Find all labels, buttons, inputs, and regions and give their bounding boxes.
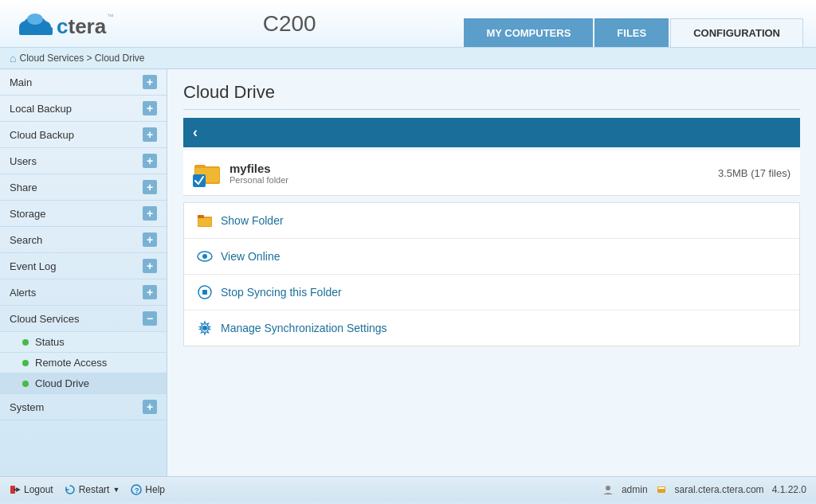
sidebar-expand-event-log[interactable]: + [143, 259, 157, 273]
sidebar-item-storage[interactable]: Storage + [0, 201, 167, 227]
footer-left: Logout Restart ▼ ? Help [10, 484, 165, 495]
logout-button[interactable]: Logout [10, 484, 53, 495]
status-dot [22, 339, 29, 346]
sidebar-item-cloud-backup[interactable]: Cloud Backup + [0, 122, 167, 148]
sidebar-label-alerts: Alerts [10, 287, 36, 299]
sidebar-expand-alerts[interactable]: + [143, 285, 157, 299]
server-label: saral.ctera.ctera.com [675, 484, 764, 495]
sidebar-expand-storage[interactable]: + [143, 206, 157, 221]
folder-type: Personal folder [230, 175, 718, 185]
cloud-drive-dot [22, 381, 29, 387]
admin-label: admin [622, 484, 648, 495]
sidebar-expand-search[interactable]: + [143, 232, 157, 247]
restart-dropdown-icon: ▼ [112, 486, 120, 494]
sidebar-label-cloud-drive: Cloud Drive [35, 377, 89, 389]
svg-rect-3 [19, 27, 53, 35]
tab-my-computers[interactable]: MY COMPUTERS [464, 18, 593, 47]
help-icon: ? [131, 484, 142, 495]
sidebar-label-storage: Storage [10, 208, 46, 220]
sidebar-expand-cloud-backup[interactable]: + [143, 127, 157, 142]
manage-sync-label: Manage Synchronization Settings [221, 322, 387, 334]
footer-right: admin saral.ctera.ctera.com 4.1.22.0 [602, 484, 806, 495]
help-label: Help [145, 484, 165, 495]
admin-icon [602, 484, 614, 495]
svg-text:?: ? [135, 486, 139, 494]
stop-syncing-icon [197, 284, 213, 300]
action-list: Show Folder View Online [183, 202, 800, 346]
sidebar-expand-share[interactable]: + [143, 180, 157, 194]
cloud-drive-nav-bar: ‹ [183, 118, 800, 147]
folder-info: myfiles Personal folder [230, 162, 718, 185]
sidebar-label-remote-access: Remote Access [35, 357, 107, 369]
sidebar-label-search: Search [10, 234, 42, 246]
svg-rect-25 [658, 487, 665, 489]
action-view-online[interactable]: View Online [184, 239, 799, 275]
action-show-folder[interactable]: Show Folder [184, 203, 799, 239]
tab-files[interactable]: FILES [594, 18, 669, 47]
folder-row: myfiles Personal folder 3.5MB (17 files) [183, 150, 800, 196]
sidebar-item-remote-access[interactable]: Remote Access [0, 353, 167, 373]
main-layout: Main + Local Backup + Cloud Backup + Use… [0, 69, 816, 476]
sidebar-label-status: Status [35, 336, 65, 348]
ctera-logo-icon: ctera ™ [13, 6, 116, 41]
sidebar-expand-users[interactable]: + [143, 154, 157, 168]
device-name: C200 [263, 11, 316, 37]
sidebar-expand-local-backup[interactable]: + [143, 101, 157, 115]
back-button[interactable]: ‹ [193, 124, 198, 141]
sidebar-label-cloud-backup: Cloud Backup [10, 129, 74, 141]
sidebar-item-alerts[interactable]: Alerts + [0, 279, 167, 306]
sidebar-label-local-backup: Local Backup [10, 103, 72, 115]
remote-access-dot [22, 360, 29, 366]
home-icon: ⌂ [10, 52, 16, 64]
nav-tabs: MY COMPUTERS FILES CONFIGURATION [462, 0, 803, 47]
logout-label: Logout [24, 484, 53, 495]
logo: ctera ™ [13, 6, 116, 41]
sidebar-item-status[interactable]: Status [0, 332, 167, 353]
view-online-label: View Online [221, 250, 280, 263]
footer: Logout Restart ▼ ? Help admin sa [0, 476, 816, 502]
sidebar-label-share: Share [10, 182, 37, 193]
sidebar-item-main[interactable]: Main + [0, 69, 167, 96]
help-button[interactable]: ? Help [131, 484, 165, 495]
folder-name: myfiles [230, 162, 718, 175]
sidebar-sub-cloud-services: Status Remote Access Cloud Drive [0, 332, 167, 394]
sidebar-item-event-log[interactable]: Event Log + [0, 253, 167, 279]
sidebar-item-share[interactable]: Share + [0, 174, 167, 201]
restart-label: Restart [79, 484, 110, 495]
server-icon [656, 484, 667, 495]
sidebar-item-search[interactable]: Search + [0, 227, 167, 253]
page-title: Cloud Drive [183, 82, 800, 110]
sidebar-item-users[interactable]: Users + [0, 148, 167, 174]
show-folder-label: Show Folder [221, 214, 284, 227]
header: ctera ™ C200 MY COMPUTERS FILES CONFIGUR… [0, 0, 816, 48]
sidebar-label-event-log: Event Log [10, 260, 57, 272]
svg-point-4 [27, 14, 43, 25]
tab-configuration[interactable]: CONFIGURATION [670, 18, 803, 47]
sidebar-label-cloud-services: Cloud Services [10, 313, 79, 325]
sidebar-expand-main[interactable]: + [143, 75, 157, 89]
show-folder-icon [197, 213, 213, 229]
logout-icon [10, 484, 21, 495]
folder-icon-wrap [193, 158, 222, 187]
restart-icon [65, 484, 76, 495]
svg-point-15 [202, 254, 207, 259]
content-area: Cloud Drive ‹ myfiles Personal folder [167, 69, 816, 476]
svg-rect-13 [198, 218, 211, 226]
action-manage-sync[interactable]: Manage Synchronization Settings [184, 311, 799, 346]
sidebar-label-users: Users [10, 155, 37, 167]
sidebar-item-system[interactable]: System + [0, 394, 167, 420]
breadcrumb: ⌂ Cloud Services > Cloud Drive [0, 48, 816, 69]
sidebar-item-local-backup[interactable]: Local Backup + [0, 96, 167, 122]
manage-sync-icon [197, 320, 213, 336]
svg-point-23 [606, 486, 610, 490]
sidebar-item-cloud-services[interactable]: Cloud Services − [0, 306, 167, 332]
restart-button[interactable]: Restart ▼ [65, 484, 120, 495]
sidebar-item-cloud-drive[interactable]: Cloud Drive [0, 373, 167, 394]
svg-rect-17 [202, 290, 207, 295]
sidebar-expand-system[interactable]: + [143, 400, 157, 414]
sidebar-collapse-cloud-services[interactable]: − [143, 311, 157, 326]
sidebar-label-system: System [10, 401, 44, 413]
action-stop-syncing[interactable]: Stop Syncing this Folder [184, 275, 799, 311]
svg-rect-12 [198, 215, 204, 218]
breadcrumb-text: Cloud Services > Cloud Drive [19, 53, 144, 64]
